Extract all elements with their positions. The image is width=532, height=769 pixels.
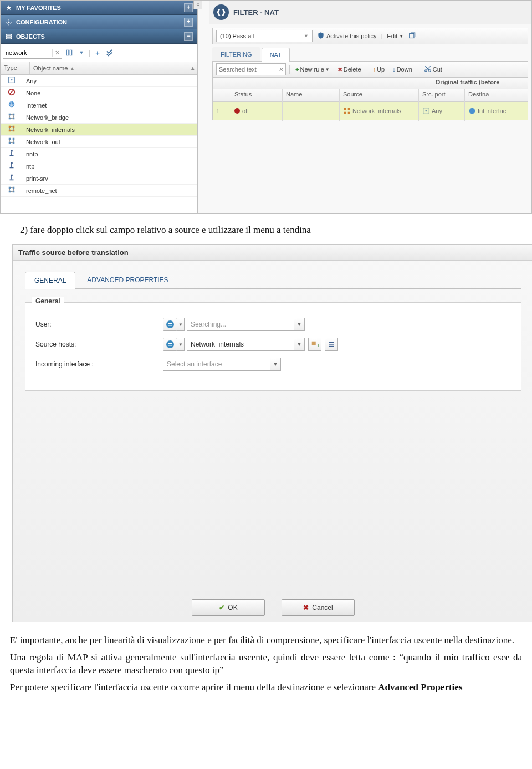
user-input[interactable]: Searching... <box>187 318 294 331</box>
svg-rect-28 <box>10 167 14 169</box>
dialog-body: GENERAL ADVANCED PROPERTIES General User… <box>13 261 532 594</box>
chevron-down-icon[interactable]: ▼ <box>294 338 305 351</box>
row-incoming-interface: Incoming interface : Select an interface… <box>35 356 511 373</box>
clear-icon[interactable]: ✕ <box>52 49 62 57</box>
tab-general[interactable]: GENERAL <box>25 272 75 289</box>
object-row[interactable]: Internet <box>1 99 197 111</box>
accordion-favorites[interactable]: MY FAVORITES + <box>1 1 197 15</box>
chevron-down-icon: ▼ <box>399 34 403 39</box>
svg-rect-3 <box>7 38 12 39</box>
object-search[interactable]: ✕ <box>3 47 62 59</box>
object-row[interactable]: Network_out <box>1 136 197 148</box>
add-icon[interactable]: + <box>93 48 103 58</box>
cut-button[interactable]: Cut <box>422 65 444 74</box>
dropdown-icon[interactable]: ▼ <box>76 48 86 58</box>
ok-button[interactable]: ✔OK <box>192 599 265 616</box>
svg-rect-51 <box>168 345 172 346</box>
col-status[interactable]: Status <box>231 89 283 101</box>
edit-menu[interactable]: Edit ▼ <box>387 33 403 39</box>
tabs: FILTERING NAT <box>212 44 528 62</box>
network-icon <box>8 113 16 120</box>
chevron-down-icon[interactable]: ▼ <box>177 338 185 351</box>
equals-icon[interactable] <box>163 318 177 331</box>
svg-rect-48 <box>168 325 172 326</box>
svg-point-49 <box>166 340 174 348</box>
rules-search-input[interactable] <box>217 66 277 73</box>
col-destination[interactable]: Destina <box>465 89 528 101</box>
new-rule-button[interactable]: +New rule▼ <box>293 66 332 73</box>
svg-rect-1 <box>7 34 12 35</box>
col-number[interactable] <box>213 89 231 101</box>
clear-icon[interactable]: ✕ <box>277 66 285 73</box>
col-name[interactable]: Name <box>283 89 340 101</box>
col-source[interactable]: Source <box>340 89 419 101</box>
expand-icon[interactable]: + <box>184 18 193 27</box>
filter-type-icon[interactable] <box>64 48 74 58</box>
group-header: Original traffic (before <box>407 78 528 89</box>
delete-icon: ✖ <box>337 66 342 73</box>
cell-status: off <box>231 100 283 121</box>
svg-rect-35 <box>13 191 15 193</box>
delete-button[interactable]: ✖Delete <box>335 66 364 73</box>
policy-select[interactable]: (10) Pass all ▼ <box>216 30 313 42</box>
add-object-icon[interactable]: + <box>308 338 321 351</box>
collapse-minus-icon[interactable]: − <box>184 32 193 41</box>
dialog-buttons: ✔OK ✖Cancel <box>13 594 532 622</box>
cell-name <box>283 100 340 121</box>
svg-rect-22 <box>13 142 15 144</box>
svg-rect-17 <box>9 130 11 132</box>
any-icon: * <box>8 76 16 84</box>
object-row[interactable]: nntp <box>1 148 197 160</box>
equals-icon[interactable] <box>163 338 177 351</box>
chevron-down-icon[interactable]: ▼ <box>177 318 185 331</box>
chevron-down-icon: ▼ <box>325 67 330 72</box>
export-icon[interactable] <box>408 32 417 40</box>
object-search-input[interactable] <box>3 49 52 56</box>
paragraph-2: Una regola di MAP si attiva generalmente… <box>0 649 532 679</box>
chevron-down-icon[interactable]: ▼ <box>270 358 281 371</box>
expand-icon[interactable]: + <box>184 3 193 12</box>
nat-rule-row[interactable]: 1 off Network_internals *Any Int interfa… <box>213 102 528 120</box>
source-hosts-input[interactable]: Network_internals <box>187 338 294 351</box>
col-object-name[interactable]: Object name ▲ <box>30 62 188 74</box>
accordion-configuration[interactable]: CONFIGURATION + <box>1 15 197 29</box>
fieldset-legend: General <box>32 297 64 305</box>
scroll-up-icon[interactable]: ▴ <box>188 62 197 74</box>
object-row[interactable]: Network_bridge <box>1 111 197 124</box>
activate-policy-button[interactable]: Activate this policy <box>317 32 376 40</box>
accordion-objects[interactable]: OBJECTS − <box>1 29 197 44</box>
grid-header: Type Object name ▲ ▴ <box>1 62 197 75</box>
tab-advanced-properties[interactable]: ADVANCED PROPERTIES <box>78 271 177 288</box>
svg-rect-18 <box>13 130 15 132</box>
object-row[interactable]: remote_net <box>1 185 197 197</box>
svg-text:*: * <box>11 78 13 83</box>
check-icon[interactable] <box>105 48 115 58</box>
chevron-down-icon[interactable]: ▼ <box>294 318 305 331</box>
cell-number: 1 <box>213 100 231 121</box>
down-button[interactable]: ↓Down <box>390 66 415 73</box>
col-type[interactable]: Type <box>1 62 30 74</box>
object-row-selected[interactable]: Network_internals <box>1 124 197 136</box>
incoming-interface-input[interactable]: Select an interface <box>163 358 270 371</box>
rules-search[interactable]: ✕ <box>216 63 286 75</box>
object-row[interactable]: * Any <box>1 75 197 87</box>
tab-filtering[interactable]: FILTERING <box>212 47 260 61</box>
svg-rect-21 <box>9 142 11 144</box>
object-row[interactable]: ntp <box>1 160 197 172</box>
none-icon <box>8 88 16 96</box>
col-src-port[interactable]: Src. port <box>419 89 465 101</box>
up-button[interactable]: ↑Up <box>371 66 387 73</box>
cancel-button[interactable]: ✖Cancel <box>282 599 355 616</box>
objects-toolbar: ✕ ▼ | + <box>1 44 197 62</box>
separator: | <box>89 49 90 57</box>
object-row[interactable]: None <box>1 87 197 99</box>
object-row[interactable]: print-srv <box>1 172 197 185</box>
svg-rect-23 <box>11 150 13 152</box>
label-source-hosts: Source hosts: <box>35 340 163 348</box>
tab-nat[interactable]: NAT <box>262 48 290 62</box>
network-icon <box>8 186 16 193</box>
list-icon[interactable] <box>325 338 338 351</box>
panel-title: FILTER - NAT <box>209 1 531 24</box>
collapse-icon[interactable]: « <box>193 1 202 9</box>
separator <box>289 65 290 74</box>
